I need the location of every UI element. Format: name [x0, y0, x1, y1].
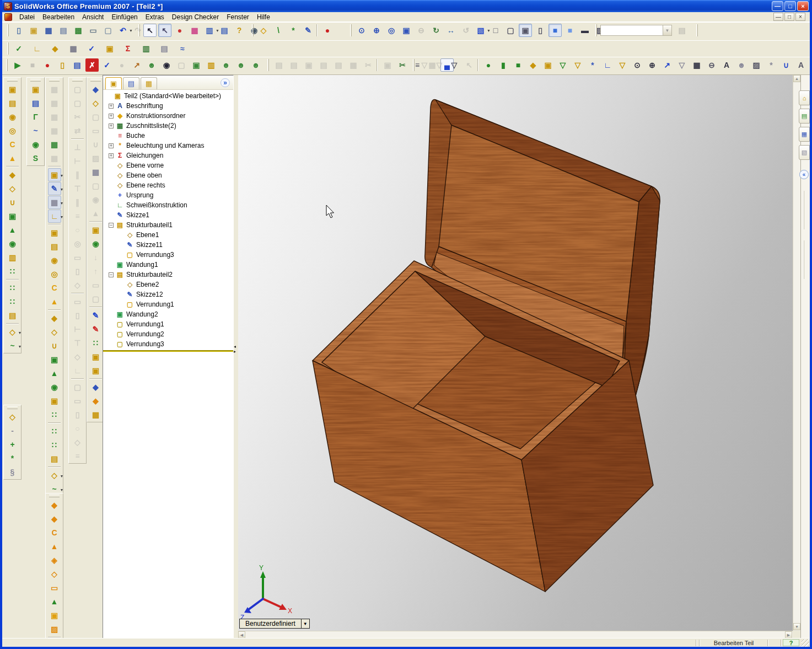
color-palette-icon[interactable]: ▦: [188, 24, 201, 37]
wheel-tool-icon[interactable]: ◉: [160, 58, 173, 72]
sketch-plane-icon[interactable]: ◇: [6, 410, 19, 423]
dimxpert-icon[interactable]: ▤: [158, 42, 171, 55]
scissors-icon[interactable]: ✂: [396, 58, 409, 72]
rel-concentric-icon[interactable]: ◎: [71, 237, 84, 250]
print-preview-icon[interactable]: ▢: [101, 24, 115, 37]
polyline-icon[interactable]: Γ: [29, 110, 42, 124]
draft-2-icon[interactable]: ▲: [48, 367, 61, 380]
taskpane-design-library-icon[interactable]: ▤: [799, 109, 810, 124]
tree-item-zuschnittsliste-2[interactable]: +▦Zuschnittsliste(2): [109, 121, 176, 131]
table-b-icon[interactable]: ▤: [287, 58, 300, 72]
rib-icon[interactable]: ▣: [6, 210, 19, 223]
check-entity-icon[interactable]: ✓: [85, 42, 98, 55]
apply-appearance-icon[interactable]: ▤: [675, 24, 689, 37]
filter-solid-icon[interactable]: ▣: [541, 58, 555, 72]
shell-icon[interactable]: ∪: [6, 196, 19, 209]
checkmark-icon[interactable]: ✓: [100, 58, 114, 72]
expand-plus-icon[interactable]: +: [109, 114, 114, 119]
menu-item-bearbeiten[interactable]: Bearbeiten: [39, 13, 78, 22]
box-tool-icon[interactable]: ▢: [175, 58, 188, 72]
filter-midpoint-icon[interactable]: ⊙: [631, 58, 644, 72]
menu-item-hilfe[interactable]: Hilfe: [253, 13, 274, 22]
tree-item-verrundung1[interactable]: ▢Verrundung1: [119, 299, 174, 309]
pattern-b-icon[interactable]: ∷: [48, 438, 61, 452]
mdi-minimize-button[interactable]: —: [773, 13, 783, 21]
weldment-cutlist-icon[interactable]: ▦: [48, 138, 61, 151]
scroll-down-icon[interactable]: ▼: [793, 623, 800, 630]
print-icon[interactable]: ▭: [87, 24, 100, 37]
zoom-to-selection-icon[interactable]: ⊖: [415, 24, 428, 37]
menu-item-datei[interactable]: Datei: [15, 13, 39, 22]
axis-icon[interactable]: +: [6, 438, 19, 451]
combo-arrow-icon[interactable]: ▼: [663, 25, 671, 35]
shaded-icon[interactable]: ■: [563, 24, 577, 37]
tree-item-ebene-oben[interactable]: ◇Ebene oben: [109, 170, 162, 180]
mdi-restore-button[interactable]: □: [784, 13, 794, 21]
flatten-icon[interactable]: ▭: [89, 278, 103, 292]
bell-icon[interactable]: ▲: [48, 295, 61, 308]
filter-text-icon[interactable]: A: [794, 58, 808, 72]
dim-angle-icon[interactable]: ∟: [71, 364, 84, 377]
torus-2-icon[interactable]: ◎: [48, 267, 61, 281]
revolve-icon[interactable]: ◉: [6, 110, 19, 124]
tree-item-strukturbauteil1[interactable]: −▤Strukturbauteil1: [109, 220, 173, 230]
folder-tool-icon[interactable]: ▣: [190, 58, 203, 72]
propertymanager-tab[interactable]: ▤: [123, 77, 139, 89]
expand-plus-icon[interactable]: +: [109, 104, 114, 109]
wrench-icon[interactable]: ✂: [362, 58, 375, 72]
dim-linear-icon[interactable]: ▭: [71, 295, 84, 308]
fillet-icon[interactable]: ◆: [6, 168, 19, 181]
circular-pattern-icon[interactable]: ∷: [6, 295, 19, 308]
folder-b-icon[interactable]: ▣: [381, 58, 394, 72]
convert-entities-icon[interactable]: ⇄: [71, 124, 84, 137]
select-arrow-icon[interactable]: ↖: [143, 24, 157, 37]
tree-item-verrundung2[interactable]: ▢Verrundung2: [109, 329, 164, 339]
constr-c-icon[interactable]: ▯: [71, 408, 84, 421]
trim-entities-icon[interactable]: ✂: [71, 110, 84, 124]
toolbar-grip[interactable]: [413, 59, 415, 71]
sheetmetal-corner-icon[interactable]: ▦: [89, 165, 103, 179]
tree-item-verrundung3[interactable]: ▢Verrundung3: [109, 339, 164, 349]
make-drawing-icon[interactable]: ▤: [57, 24, 70, 37]
taskpane-custom-properties-icon[interactable]: ▧: [799, 145, 810, 160]
toolbar-grip[interactable]: [7, 406, 18, 409]
filter-dimension-icon[interactable]: ↗: [660, 58, 674, 72]
filter-edges-icon[interactable]: ▽: [448, 58, 461, 72]
sweep-2-icon[interactable]: C: [48, 281, 61, 294]
pack-and-go-icon[interactable]: ▩: [72, 24, 85, 37]
loft-icon[interactable]: ▲: [6, 152, 19, 165]
selection-filter-icon[interactable]: ↖: [158, 24, 171, 37]
nodes-icon[interactable]: ∷: [89, 336, 103, 350]
reference-plane-icon[interactable]: ◇: [257, 24, 270, 37]
zoom-to-fit-icon[interactable]: ◎: [385, 24, 398, 37]
section-properties-icon[interactable]: ▦: [67, 42, 80, 55]
title-bar[interactable]: S SolidWorks Office Premium 2007 - [Teil…: [2, 0, 810, 12]
collaborate-user-icon[interactable]: ☻: [145, 58, 158, 72]
smart-dimension-icon[interactable]: ▢: [71, 83, 84, 96]
undo-icon[interactable]: ↶▼: [116, 24, 130, 37]
reference-point-icon[interactable]: *: [287, 24, 300, 37]
user-3-icon[interactable]: ☻: [234, 58, 248, 72]
collapse-minus-icon[interactable]: −: [109, 223, 114, 228]
tree-item-ebene-vorne[interactable]: ◇Ebene vorne: [109, 160, 164, 170]
rollback-bar[interactable]: [103, 350, 233, 352]
run-macro-icon[interactable]: ▶: [11, 58, 24, 72]
surface-extrude-icon[interactable]: ◆: [48, 498, 61, 512]
draft-icon[interactable]: ▲: [6, 223, 19, 237]
shaded-with-edges-icon[interactable]: ■: [548, 24, 562, 37]
sheetmetal-hem-icon[interactable]: ∪: [89, 138, 103, 151]
export-flat-icon[interactable]: ▢: [89, 292, 103, 305]
options-icon[interactable]: ▤: [218, 24, 231, 37]
rel-horizontal-icon[interactable]: ⊢: [71, 154, 84, 168]
dome-icon[interactable]: ∷: [6, 265, 19, 278]
zoom-to-area-icon[interactable]: ▣: [400, 24, 413, 37]
mdi-close-button[interactable]: ×: [795, 13, 805, 21]
gold-box-icon[interactable]: ▣: [89, 223, 103, 237]
rel-perpendicular-icon[interactable]: ⊤: [71, 182, 84, 195]
rel-midpoint-icon[interactable]: ▭: [71, 251, 84, 264]
filter-block-icon[interactable]: *: [765, 58, 778, 72]
toolbar-grip[interactable]: [267, 59, 269, 71]
filter-note-icon[interactable]: ▦: [690, 58, 703, 72]
sketch-icon[interactable]: ✎: [302, 24, 315, 37]
surface-loft-icon[interactable]: ▲: [48, 540, 61, 553]
